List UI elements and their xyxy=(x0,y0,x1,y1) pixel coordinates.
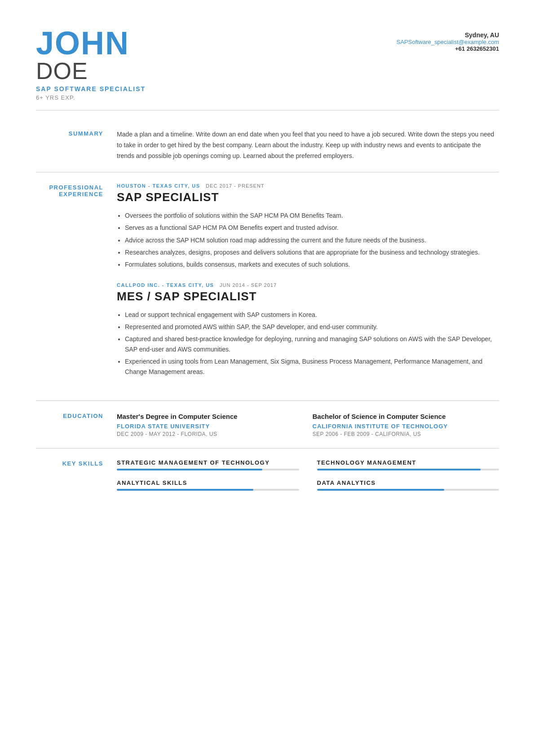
skill-3-bar-fill xyxy=(117,489,253,491)
bullet-item: Oversees the portfolio of solutions with… xyxy=(125,211,499,221)
experience-years: 6+ YRS EXP. xyxy=(36,94,146,101)
skill-2-bar-fill xyxy=(317,469,481,470)
job-2: CALLPOD INC. - TEXAS CITY, US JUN 2014 -… xyxy=(117,282,499,378)
job-1-title: SAP SPECIALIST xyxy=(117,190,499,204)
resume-header: JOHN DOE SAP SOFTWARE SPECIALIST 6+ YRS … xyxy=(36,27,499,101)
skill-2-name: TECHNOLOGY MANAGEMENT xyxy=(317,459,500,466)
education-section: EDUCATION Master's Degree in Computer Sc… xyxy=(36,401,499,448)
job-title: SAP SOFTWARE SPECIALIST xyxy=(36,85,146,92)
bullet-item: Formulates solutions, builds consensus, … xyxy=(125,259,499,270)
job-1: HOUSTON - TEXAS CITY, US DEC 2017 - PRES… xyxy=(117,183,499,269)
skill-1: STRATEGIC MANAGEMENT OF TECHNOLOGY xyxy=(117,459,299,470)
email: SAPSoftware_specialist@example.com xyxy=(396,39,499,45)
experience-label: PROFESSIONAL EXPERIENCE xyxy=(36,183,117,198)
bullet-item: Represented and promoted AWS within SAP,… xyxy=(125,322,499,332)
city: Sydney, AU xyxy=(396,31,499,39)
bullet-item: Serves as a functional SAP HCM PA OM Ben… xyxy=(125,223,499,233)
skill-4-name: DATA ANALYTICS xyxy=(317,479,500,486)
bullet-item: Experienced in using tools from Lean Man… xyxy=(125,356,499,377)
first-name: JOHN xyxy=(36,27,146,59)
bullet-item: Researches analyzes, designs, proposes a… xyxy=(125,247,499,258)
skill-3-bar-bg xyxy=(117,489,299,491)
edu-1-dates: DEC 2009 - MAY 2012 - FLORIDA, US xyxy=(117,431,304,437)
job-2-dates: JUN 2014 - SEP 2017 xyxy=(220,282,277,288)
summary-content: Made a plan and a timeline. Write down a… xyxy=(117,129,499,161)
skills-label: KEY SKILLS xyxy=(36,459,117,467)
summary-text: Made a plan and a timeline. Write down a… xyxy=(117,129,499,161)
education-content: Master's Degree in Computer Science FLOR… xyxy=(117,412,499,437)
edu-1-institution: FLORIDA STATE UNIVERSITY xyxy=(117,423,304,430)
bullet-item: Captured and shared best-practice knowle… xyxy=(125,334,499,355)
experience-content: HOUSTON - TEXAS CITY, US DEC 2017 - PRES… xyxy=(117,183,499,390)
job-1-dates: DEC 2017 - PRESENT xyxy=(206,183,264,189)
skill-4-bar-bg xyxy=(317,489,500,491)
skill-1-bar-fill xyxy=(117,469,262,470)
job-1-company: HOUSTON - TEXAS CITY, US xyxy=(117,183,200,189)
phone: +61 2632652301 xyxy=(396,45,499,52)
skills-grid: STRATEGIC MANAGEMENT OF TECHNOLOGY TECHN… xyxy=(117,459,499,491)
last-name: DOE xyxy=(36,59,146,83)
edu-1-degree: Master's Degree in Computer Science xyxy=(117,412,304,421)
education-grid: Master's Degree in Computer Science FLOR… xyxy=(117,412,499,437)
edu-2-institution: CALIFORNIA INSTITUTE OF TECHNOLOGY xyxy=(313,423,500,430)
job-1-company-line: HOUSTON - TEXAS CITY, US DEC 2017 - PRES… xyxy=(117,183,499,189)
summary-label: SUMMARY xyxy=(36,129,117,137)
edu-2-dates: SEP 2006 - FEB 2009 - CALIFORNIA, US xyxy=(313,431,500,437)
job-2-company: CALLPOD INC. - TEXAS CITY, US xyxy=(117,282,214,288)
job-2-company-line: CALLPOD INC. - TEXAS CITY, US JUN 2014 -… xyxy=(117,282,499,288)
name-block: JOHN DOE SAP SOFTWARE SPECIALIST 6+ YRS … xyxy=(36,27,146,101)
edu-item-2: Bachelor of Science in Computer Science … xyxy=(313,412,500,437)
skill-2: TECHNOLOGY MANAGEMENT xyxy=(317,459,500,470)
contact-block: Sydney, AU SAPSoftware_specialist@exampl… xyxy=(396,31,499,52)
summary-section: SUMMARY Made a plan and a timeline. Writ… xyxy=(36,119,499,172)
experience-section: PROFESSIONAL EXPERIENCE HOUSTON - TEXAS … xyxy=(36,172,499,401)
edu-item-1: Master's Degree in Computer Science FLOR… xyxy=(117,412,304,437)
skills-content: STRATEGIC MANAGEMENT OF TECHNOLOGY TECHN… xyxy=(117,459,499,491)
job-2-title: MES / SAP SPECIALIST xyxy=(117,290,499,303)
skill-2-bar-bg xyxy=(317,469,500,470)
skill-1-name: STRATEGIC MANAGEMENT OF TECHNOLOGY xyxy=(117,459,299,466)
header-divider xyxy=(36,110,499,110)
skill-3-name: ANALYTICAL SKILLS xyxy=(117,479,299,486)
edu-2-degree: Bachelor of Science in Computer Science xyxy=(313,412,500,421)
job-1-bullets: Oversees the portfolio of solutions with… xyxy=(117,211,499,269)
skill-1-bar-bg xyxy=(117,469,299,470)
skill-4-bar-fill xyxy=(317,489,445,491)
bullet-item: Lead or support technical engagement wit… xyxy=(125,310,499,320)
skill-3: ANALYTICAL SKILLS xyxy=(117,479,299,491)
bullet-item: Advice across the SAP HCM solution road … xyxy=(125,235,499,246)
skills-section: KEY SKILLS STRATEGIC MANAGEMENT OF TECHN… xyxy=(36,448,499,501)
job-2-bullets: Lead or support technical engagement wit… xyxy=(117,310,499,378)
skill-4: DATA ANALYTICS xyxy=(317,479,500,491)
education-label: EDUCATION xyxy=(36,412,117,419)
